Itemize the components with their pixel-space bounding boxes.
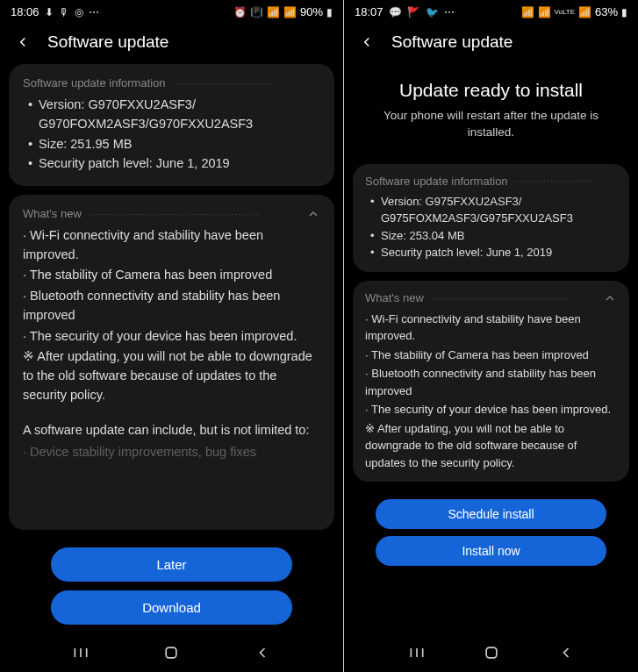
hero-title: Update ready to install: [367, 80, 615, 101]
chevron-up-icon[interactable]: [603, 291, 617, 305]
changelog-item: · Wi-Fi connectivity and stability have …: [365, 311, 617, 345]
info-patch: Security patch level: June 1, 2019: [26, 154, 320, 173]
wifi-icon: 📶: [267, 6, 280, 18]
back-button[interactable]: [14, 33, 32, 51]
svg-rect-7: [486, 647, 497, 658]
download-button[interactable]: Download: [51, 590, 292, 625]
status-time: 18:07: [355, 5, 384, 18]
signal-icon: 📶: [538, 6, 551, 18]
update-info-card: Software update information ············…: [9, 64, 334, 186]
battery-percent: 63%: [595, 5, 618, 18]
recents-button[interactable]: [406, 642, 427, 663]
update-info-card: Software update information ············…: [353, 164, 629, 272]
info-header: Software update information: [23, 76, 166, 89]
status-bar: 18:06 ⬇ 🎙 ◎ ⋯ ⏰ 📳 📶 📶 90% ▮: [0, 0, 343, 22]
changelog-item: · The stability of Camera has been impro…: [23, 266, 320, 285]
signal-icon: 📶: [283, 6, 297, 18]
back-button[interactable]: [358, 33, 376, 51]
install-now-button[interactable]: Install now: [376, 536, 606, 566]
changelog-note: ※ After updating, you will not be able t…: [23, 347, 320, 404]
info-size: Size: 253.04 MB: [369, 227, 617, 245]
back-nav-button[interactable]: [252, 642, 273, 663]
info-version: Version: G975FXXU2ASF3/ G975FOXM2ASF3/G9…: [369, 193, 617, 227]
status-time: 18:06: [11, 5, 39, 18]
battery-percent: 90%: [300, 5, 323, 18]
chevron-up-icon[interactable]: [306, 207, 320, 221]
header: Software update: [344, 22, 638, 64]
hero: Update ready to install Your phone will …: [353, 64, 629, 164]
home-button[interactable]: [161, 642, 182, 663]
twitter-icon: 🐦: [426, 6, 439, 18]
changelog-item: · The stability of Camera has been impro…: [365, 347, 617, 364]
hero-subtitle: Your phone will restart after the update…: [367, 108, 615, 141]
header: Software update: [0, 22, 343, 64]
changelog-item: · Bluetooth connectivity and stability h…: [23, 287, 320, 325]
more-icon: ⋯: [444, 6, 455, 18]
changelog-item: · The security of your device has been i…: [365, 401, 617, 418]
svg-rect-3: [167, 647, 177, 658]
back-nav-button[interactable]: [556, 642, 577, 663]
changelog-item: · The security of your device has been i…: [23, 327, 320, 347]
chat-icon: 💬: [389, 6, 402, 18]
page-title: Software update: [47, 32, 168, 52]
page-title: Software update: [391, 32, 513, 52]
flag-icon: 🚩: [407, 6, 420, 18]
mic-icon: 🎙: [59, 6, 69, 18]
info-size: Size: 251.95 MB: [26, 134, 320, 154]
whatsnew-header: What's new: [365, 291, 424, 304]
download-icon: ⬇: [45, 6, 54, 18]
battery-icon: ▮: [326, 6, 333, 18]
alarm-icon: ⏰: [233, 6, 247, 18]
changelog-cutoff: · Device stability improvements, bug fix…: [23, 443, 320, 462]
nav-bar: [0, 630, 343, 672]
phone-left: 18:06 ⬇ 🎙 ◎ ⋯ ⏰ 📳 📶 📶 90% ▮ Software upd…: [0, 0, 343, 672]
changelog-note: ※ After updating, you will not be able t…: [365, 420, 617, 472]
battery-icon: ▮: [621, 6, 627, 18]
home-button[interactable]: [481, 642, 502, 663]
info-patch: Security patch level: June 1, 2019: [369, 244, 617, 261]
changelog-extra: A software update can include, but is no…: [23, 421, 320, 440]
changelog-item: · Wi-Fi connectivity and stability have …: [23, 226, 320, 265]
signal-icon: 📶: [578, 6, 591, 18]
wifi-icon: 📶: [521, 6, 534, 18]
info-version: Version: G970FXXU2ASF3/ G970FOXM2ASF3/G9…: [26, 95, 320, 134]
whatsnew-card: What's new ·····························…: [9, 195, 334, 530]
more-icon: ⋯: [89, 6, 99, 18]
whatsnew-header: What's new: [23, 207, 82, 220]
phone-right: 18:07 💬 🚩 🐦 ⋯ 📶 📶 VoLTE 📶 63% ▮ Software…: [344, 0, 638, 672]
whatsnew-card: What's new ·····························…: [353, 281, 629, 483]
later-button[interactable]: Later: [51, 547, 292, 582]
status-bar: 18:07 💬 🚩 🐦 ⋯ 📶 📶 VoLTE 📶 63% ▮: [344, 0, 638, 22]
info-header: Software update information: [365, 175, 508, 188]
vibrate-icon: 📳: [250, 6, 263, 18]
instagram-icon: ◎: [75, 6, 83, 18]
recents-button[interactable]: [70, 642, 91, 663]
changelog-item: · Bluetooth connectivity and stability h…: [365, 365, 617, 399]
schedule-install-button[interactable]: Schedule install: [376, 499, 606, 529]
volte-icon: VoLTE: [555, 8, 575, 16]
nav-bar: [344, 630, 638, 672]
